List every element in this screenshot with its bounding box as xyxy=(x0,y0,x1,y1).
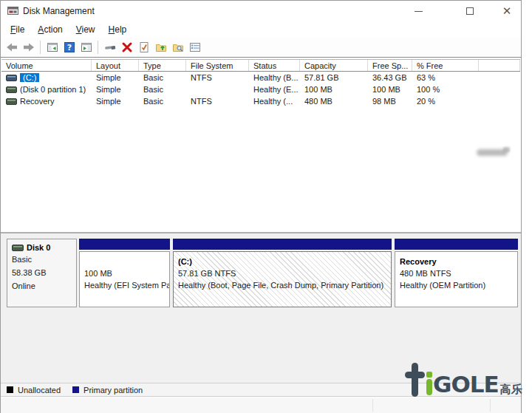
volume-label: Recovery xyxy=(20,97,54,106)
table-row[interactable]: (Disk 0 partition 1) Simple Basic Health… xyxy=(1,83,520,95)
toolbar: ? xyxy=(1,38,521,58)
volume-icon xyxy=(6,98,17,105)
partition-efi[interactable]: 100 MB Healthy (EFI System Pa xyxy=(79,239,170,307)
column-header-type[interactable]: Type xyxy=(139,60,186,71)
status-cell: Healthy (... xyxy=(249,95,300,107)
show-console-tree-button[interactable] xyxy=(44,39,61,55)
delete-icon xyxy=(121,41,133,53)
app-disk-icon xyxy=(7,6,18,16)
volume-list-pane: Volume Layout Type File System Status Ca… xyxy=(1,58,521,232)
status-bar-separator xyxy=(490,399,491,412)
disk-management-window: Disk Management ✕ File Action View Help xyxy=(0,0,522,413)
type-cell: Basic xyxy=(139,83,186,95)
partition-status: Healthy (Boot, Page File, Crash Dump, Pr… xyxy=(178,281,391,293)
fs-cell: NTFS xyxy=(186,72,249,83)
column-header-pct-free[interactable]: % Free xyxy=(412,60,479,71)
higole-watermark: GOLE 高乐 xyxy=(405,355,532,397)
table-row[interactable]: Recovery Simple Basic NTFS Healthy (... … xyxy=(1,95,520,107)
legend-unallocated-label: Unallocated xyxy=(18,386,61,395)
show-console-tree-icon xyxy=(47,41,58,53)
volume-cell: (Disk 0 partition 1) xyxy=(1,83,92,95)
partition-color-bar xyxy=(173,239,392,250)
partition-recovery[interactable]: Recovery 480 MB NTFS Healthy (OEM Partit… xyxy=(395,239,518,307)
toolbar-separator xyxy=(40,41,41,54)
partition-status: Healthy (EFI System Pa xyxy=(84,281,169,293)
show-action-pane-button[interactable] xyxy=(78,39,95,55)
partition-size: 57.81 GB NTFS xyxy=(178,269,391,281)
minimize-icon xyxy=(415,11,423,12)
partition-label: Recovery xyxy=(400,257,517,269)
column-header-layout[interactable]: Layout xyxy=(92,60,139,71)
status-cell: Healthy (B... xyxy=(249,72,300,83)
volume-icon xyxy=(6,75,17,81)
column-header-capacity[interactable]: Capacity xyxy=(300,60,368,71)
explore-folder-icon xyxy=(172,41,184,53)
disk-name: Disk 0 xyxy=(27,243,50,252)
forward-button[interactable] xyxy=(20,39,37,55)
table-header-row: Volume Layout Type File System Status Ca… xyxy=(1,59,520,72)
status-bar xyxy=(1,397,521,413)
forward-icon xyxy=(23,41,35,53)
disk0-label-panel[interactable]: Disk 0 Basic 58.38 GB Online xyxy=(7,239,77,307)
volume-cell: (C:) xyxy=(1,72,92,83)
type-cell: Basic xyxy=(139,95,186,107)
window-title: Disk Management xyxy=(23,6,95,16)
checklist-document-icon xyxy=(138,41,150,53)
maximize-icon xyxy=(466,7,474,15)
delete-volume-button[interactable] xyxy=(118,39,135,55)
disk-type: Basic xyxy=(12,253,76,265)
type-cell: Basic xyxy=(139,72,186,83)
menu-action[interactable]: Action xyxy=(31,23,69,36)
menu-view[interactable]: View xyxy=(69,23,102,36)
open-folder-up-icon xyxy=(155,41,167,53)
partition-body-selected: (C:) 57.81 GB NTFS Healthy (Boot, Page F… xyxy=(173,251,392,307)
partition-size: 480 MB NTFS xyxy=(400,269,517,281)
checklist-document-button[interactable] xyxy=(135,39,152,55)
menu-file[interactable]: File xyxy=(4,23,31,36)
disk-status: Online xyxy=(12,280,76,292)
help-icon: ? xyxy=(64,41,75,53)
partition-status: Healthy (OEM Partition) xyxy=(400,281,517,293)
column-header-volume[interactable]: Volume xyxy=(1,60,92,71)
higole-gole-text: GOLE xyxy=(433,373,499,396)
column-header-file-system[interactable]: File System xyxy=(186,60,249,71)
partition-color-bar xyxy=(79,239,170,250)
volume-label-selected: (C:) xyxy=(20,73,39,82)
maximize-button[interactable] xyxy=(456,1,484,21)
open-folder-up-button[interactable] xyxy=(152,39,169,55)
minimize-button[interactable] xyxy=(404,1,432,21)
free-space-cell: 36.43 GB xyxy=(368,72,412,83)
blurred-redaction xyxy=(503,147,510,152)
explore-folder-button[interactable] xyxy=(169,39,186,55)
column-header-status[interactable]: Status xyxy=(249,60,300,71)
status-bar-separator xyxy=(372,399,373,412)
table-row[interactable]: (C:) Simple Basic NTFS Healthy (B... 57.… xyxy=(1,72,520,83)
partition-label xyxy=(84,257,169,269)
partition-body: Recovery 480 MB NTFS Healthy (OEM Partit… xyxy=(395,251,518,307)
layout-cell: Simple xyxy=(92,83,139,95)
higole-chinese-text: 高乐 xyxy=(500,383,522,395)
free-space-cell: 100 MB xyxy=(368,83,412,95)
toolbar-separator xyxy=(98,41,98,54)
capacity-cell: 57.81 GB xyxy=(300,72,368,83)
volume-label: (Disk 0 partition 1) xyxy=(20,85,86,94)
menu-help[interactable]: Help xyxy=(102,23,134,36)
legend-primary-partition-label: Primary partition xyxy=(83,386,143,395)
properties-button[interactable] xyxy=(186,39,203,55)
layout-cell: Simple xyxy=(92,95,139,107)
column-header-free-space[interactable]: Free Sp... xyxy=(368,60,412,71)
tools-button[interactable] xyxy=(101,39,118,55)
capacity-cell: 100 MB xyxy=(300,83,368,95)
back-button[interactable] xyxy=(3,39,20,55)
volume-icon xyxy=(6,86,17,93)
close-icon: ✕ xyxy=(502,4,512,18)
disk-icon xyxy=(12,245,24,251)
close-button[interactable]: ✕ xyxy=(493,1,521,21)
free-space-cell: 98 MB xyxy=(368,95,412,107)
title-bar: Disk Management ✕ xyxy=(1,1,521,21)
partition-c[interactable]: (C:) 57.81 GB NTFS Healthy (Boot, Page F… xyxy=(173,239,392,307)
status-cell: Healthy (E... xyxy=(249,83,300,95)
help-button[interactable]: ? xyxy=(61,39,78,55)
partition-color-bar xyxy=(395,239,518,250)
pct-free-cell: 20 % xyxy=(412,95,479,107)
